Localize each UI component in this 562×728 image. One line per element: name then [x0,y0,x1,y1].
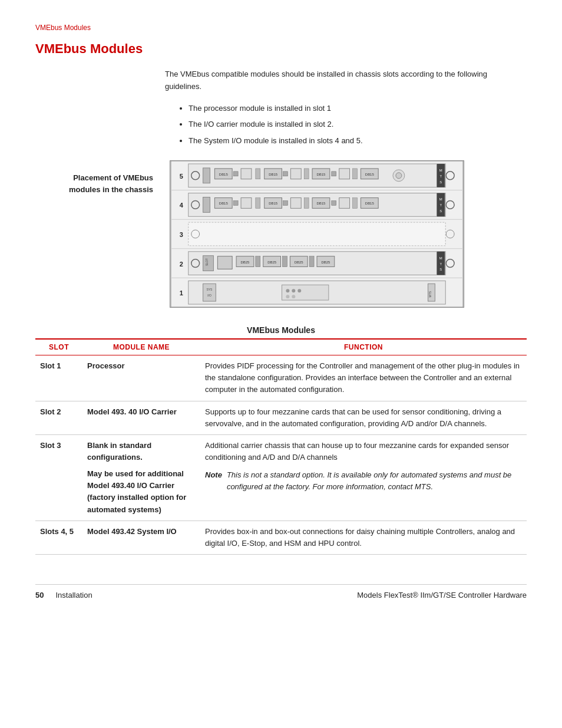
bullet-item: The processor module is installed in slo… [189,103,527,114]
svg-rect-49 [304,198,309,209]
function-line1: Additional carrier chassis that can hous… [205,440,522,463]
figure-section: Placement of VMEbus modules in the chass… [59,160,527,308]
svg-text:M: M [439,198,442,202]
svg-rect-26 [339,169,350,179]
col-header-function: Function [200,339,527,355]
svg-rect-21 [290,169,301,179]
table-row: Slots 4, 5 Model 493.42 System I/O Provi… [35,521,527,554]
function-text: Provides box-in and box-out connections … [200,521,527,554]
svg-text:DB15: DB15 [269,173,278,176]
svg-text:DB15: DB15 [317,173,326,176]
svg-point-31 [396,173,402,179]
footer-page-number: 50 [35,591,44,599]
svg-rect-47 [283,201,287,206]
svg-text:DB15: DB15 [317,202,326,205]
slot-label: Slot 1 [40,361,61,370]
svg-text:M: M [439,169,442,172]
svg-text:I/O: I/O [207,294,211,297]
svg-rect-22 [304,169,309,179]
table-header-row: Slot Module Name Function [35,339,527,355]
svg-rect-43 [241,198,252,209]
svg-rect-53 [339,198,350,209]
svg-text:M: M [439,256,442,260]
svg-point-92 [292,289,295,292]
svg-text:S: S [439,268,442,272]
svg-text:DB25: DB25 [321,261,330,264]
svg-rect-62 [189,222,445,246]
svg-rect-72 [256,256,260,267]
svg-rect-87 [203,284,216,301]
intro-text: The VMEbus compatible modules should be … [165,68,495,93]
table-title: VMEbus Modules [35,325,527,335]
svg-rect-75 [282,256,287,267]
svg-rect-15 [233,172,238,176]
note-label: Note [205,469,222,481]
svg-rect-42 [233,201,238,206]
svg-text:T: T [439,174,442,178]
svg-text:T: T [439,262,442,266]
module-name: Processor [87,361,125,370]
svg-rect-48 [290,198,301,209]
svg-point-91 [286,289,289,292]
function-text: Supports up to four mezzanine cards that… [200,401,527,434]
footer-left: 50 Installation [35,591,92,599]
page-title: VMEbus Modules [35,41,527,57]
svg-text:1: 1 [180,289,183,297]
svg-rect-12 [203,168,210,183]
svg-rect-78 [309,256,314,267]
svg-rect-54 [353,198,358,209]
svg-text:DB25: DB25 [295,261,304,264]
svg-rect-17 [256,169,260,179]
svg-rect-69 [217,256,232,269]
svg-text:S: S [439,180,442,184]
svg-rect-16 [241,169,252,179]
slot-label: Slot 2 [40,407,61,416]
svg-text:DB15: DB15 [269,202,278,205]
col-header-module: Module Name [82,339,200,355]
footer-section: Installation [55,591,92,599]
svg-text:3: 3 [180,231,183,238]
module-name: Model 493. 40 I/O Carrier [87,407,177,416]
svg-rect-20 [283,172,287,176]
note-text: This is not a standard option. It is ava… [227,469,522,493]
chassis-diagram: 5 4 3 2 1 DB15 DB15 DB15 DB15 [170,160,464,308]
svg-text:DB15: DB15 [365,173,375,176]
table-row: Slot 1 Processor Provides PIDF processin… [35,355,527,401]
figure-caption: Placement of VMEbus modules in the chass… [59,160,165,195]
svg-text:SYS: SYS [207,288,213,291]
slot-label: Slots 4, 5 [40,527,74,536]
table-row: Slot 2 Model 493. 40 I/O Carrier Support… [35,401,527,434]
svg-text:DB25: DB25 [241,261,250,264]
svg-rect-25 [332,172,336,176]
slot-label: Slot 3 [40,441,61,450]
svg-point-95 [292,295,295,298]
table-section: VMEbus Modules Slot Module Name Function… [35,325,527,555]
module-line1: Blank in standard configurations. [87,440,196,463]
svg-text:T: T [439,203,442,207]
svg-text:SLOT: SLOT [206,258,209,266]
table-row: Slot 3 Blank in standard configurations.… [35,434,527,521]
svg-text:DB15: DB15 [219,202,229,205]
svg-text:DB15: DB15 [219,173,229,176]
function-cell: Additional carrier chassis that can hous… [200,434,527,521]
svg-text:2: 2 [180,261,183,268]
svg-text:MTS: MTS [429,291,432,297]
function-text: Provides PIDF processing for the Control… [200,355,527,401]
page-footer: 50 Installation Models FlexTest® IIm/GT/… [35,584,527,599]
svg-text:DB25: DB25 [267,261,277,264]
svg-rect-39 [203,197,210,213]
svg-rect-27 [353,169,358,179]
svg-text:5: 5 [180,173,183,180]
footer-document: Models FlexTest® IIm/GT/SE Controller Ha… [357,591,527,599]
module-line2: May be used for additional Model 493.40 … [87,468,196,516]
svg-rect-52 [332,201,336,206]
note-block: Note This is not a standard option. It i… [205,469,522,493]
svg-rect-44 [256,198,260,209]
col-header-slot: Slot [35,339,82,355]
module-name: Model 493.42 System I/O [87,527,177,536]
bullet-list: The processor module is installed in slo… [189,103,527,147]
vmebus-modules-table: Slot Module Name Function Slot 1 Process… [35,338,527,555]
svg-point-93 [297,289,301,292]
svg-text:DB15: DB15 [365,202,375,205]
svg-text:S: S [439,209,442,213]
